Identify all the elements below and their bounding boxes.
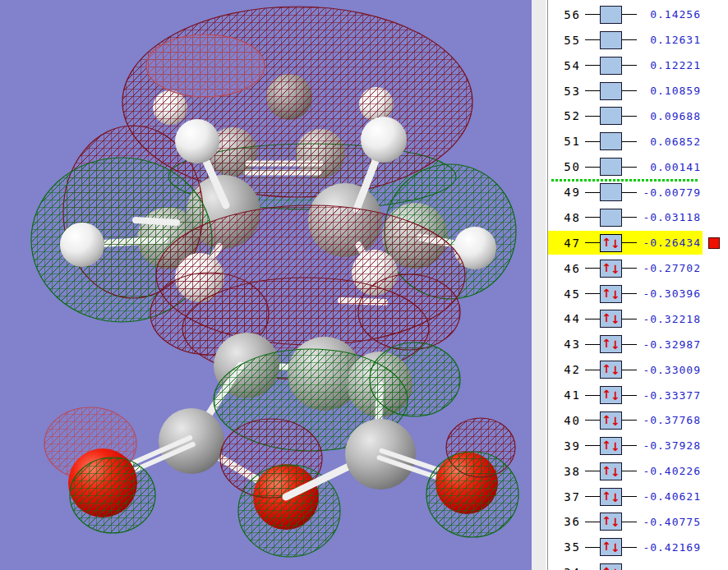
orbital-row[interactable]: 35↑↓-0.42169 [548,535,728,560]
orbital-row[interactable]: 45↑↓-0.30396 [548,281,728,306]
orbital-occupancy-box[interactable] [600,57,622,75]
orbital-row[interactable]: 34↑↓ [548,560,728,570]
molecule-viewport[interactable] [0,0,532,570]
atom-carbon[interactable] [345,419,416,490]
level-line-left [585,39,600,40]
orbital-occupancy-box[interactable]: ↑↓ [600,563,622,570]
orbital-row-band: 500.00141 [548,155,703,179]
orbital-energy-value: -0.42169 [637,541,701,554]
orbital-occupancy-box[interactable]: ↑↓ [600,411,622,430]
orbital-occupancy-box[interactable]: ↑↓ [600,488,622,506]
orbital-number: 47 [552,237,581,250]
orbital-row[interactable]: 44↑↓-0.32218 [548,306,728,332]
orbital-number: 52 [552,109,581,122]
orbital-row[interactable]: 41↑↓-0.33377 [548,383,728,408]
orbital-occupancy-box[interactable]: ↑↓ [600,538,622,556]
orbital-number: 39 [552,439,581,453]
orbital-number: 37 [552,490,581,503]
orbital-number: 50 [552,160,581,173]
orbital-energy-value: -0.37768 [637,414,701,426]
orbital-occupancy-box[interactable]: ↑↓ [600,234,622,252]
orbital-occupancy-box[interactable] [600,132,622,150]
level-line-left [585,293,600,294]
orbital-occupancy-box[interactable] [600,158,622,176]
orbital-occupancy-box[interactable]: ↑↓ [600,437,622,455]
orbital-energy-value: 0.10859 [637,85,701,97]
orbital-row[interactable]: 47↑↓-0.26434 [548,230,728,255]
orbital-row-band: 530.10859 [548,79,703,103]
orbital-number: 55 [552,34,581,47]
spin-down-arrow-icon: ↓ [611,439,620,454]
level-line-right [622,242,637,243]
orbital-occupancy-box[interactable]: ↑↓ [600,310,622,328]
level-line-right [622,344,637,345]
orbital-occupancy-box[interactable]: ↑↓ [600,335,622,353]
orbital-row[interactable]: 37↑↓-0.40621 [548,484,728,509]
orbital-row[interactable]: 530.10859 [548,78,728,103]
orbital-row-band: 36↑↓-0.40775 [548,510,703,534]
orbital-number: 46 [552,262,581,275]
orbital-number: 34 [552,566,581,570]
orbital-occupancy-box[interactable] [600,183,622,201]
orbital-row[interactable]: 36↑↓-0.40775 [548,509,728,535]
spin-down-arrow-icon: ↓ [611,388,620,403]
orbital-row-band: 49-0.00779 [548,181,703,205]
atom-hydrogen[interactable] [60,223,104,267]
orbital-occupancy-box[interactable]: ↑↓ [600,513,622,531]
level-line-left [585,242,600,243]
orbital-occupancy-box[interactable]: ↑↓ [600,285,622,303]
atom-carbon[interactable] [159,408,224,474]
level-line-left [585,116,600,117]
spin-down-arrow-icon: ↓ [611,465,620,480]
level-line-right [622,370,637,370]
orbital-row-band: 46↑↓-0.27702 [548,256,703,280]
orbital-row[interactable]: 38↑↓-0.40226 [548,458,728,484]
bond[interactable] [136,220,177,223]
orbital-row[interactable]: 39↑↓-0.37928 [548,433,728,458]
spin-down-arrow-icon: ↓ [611,262,620,277]
orbital-occupancy-box[interactable]: ↑↓ [600,462,622,480]
orbital-row[interactable]: 520.09688 [548,103,728,129]
orbital-row[interactable]: 500.00141 [548,154,728,180]
orbital-occupancy-box[interactable]: ↑↓ [600,361,622,379]
orbital-occupancy-box[interactable] [600,6,622,24]
orbital-number: 38 [552,465,581,478]
orbital-row[interactable]: 48-0.03118 [548,205,728,231]
orbital-row-band: 37↑↓-0.40621 [548,485,703,508]
orbital-list: 560.14256550.12631540.12221530.10859520.… [548,0,728,570]
orbital-row[interactable]: 510.06852 [548,129,728,154]
level-line-left [585,90,600,91]
orbital-occupancy-box[interactable] [600,82,622,100]
level-line-right [622,14,637,15]
orbital-row[interactable]: 540.12221 [548,53,728,78]
spin-down-arrow-icon: ↓ [611,490,620,505]
level-line-left [585,192,600,193]
orbital-lobe-negative [426,452,518,537]
atom-hydrogen[interactable] [175,119,219,163]
orbital-row[interactable]: 46↑↓-0.27702 [548,255,728,281]
orbital-row[interactable]: 43↑↓-0.32987 [548,332,728,357]
orbital-number: 40 [552,414,581,427]
orbital-occupancy-box[interactable] [600,209,622,227]
orbital-row[interactable]: 560.14256 [548,2,728,28]
orbital-row[interactable]: 40↑↓-0.37768 [548,408,728,434]
level-line-left [585,496,600,497]
selected-orbital-marker[interactable] [708,237,720,249]
orbital-occupancy-box[interactable]: ↑↓ [600,386,622,404]
orbital-occupancy-box[interactable] [600,107,622,125]
orbital-number: 36 [552,515,581,528]
orbital-row[interactable]: 49-0.00779 [548,180,728,205]
level-line-right [622,116,637,117]
orbital-lobe-positive [146,34,265,97]
orbital-occupancy-box[interactable]: ↑↓ [600,260,622,278]
orbital-row[interactable]: 550.12631 [548,27,728,53]
splitter-handle[interactable] [532,0,548,570]
orbital-energy-value: 0.14256 [637,8,701,21]
orbital-row[interactable]: 42↑↓-0.33009 [548,357,728,383]
orbital-lobe-positive [358,274,460,350]
atom-hydrogen[interactable] [361,117,407,163]
orbital-energy-value: -0.32987 [637,338,701,351]
orbital-row-band: 510.06852 [548,130,703,154]
orbital-number: 35 [552,540,581,554]
orbital-occupancy-box[interactable] [600,31,622,49]
